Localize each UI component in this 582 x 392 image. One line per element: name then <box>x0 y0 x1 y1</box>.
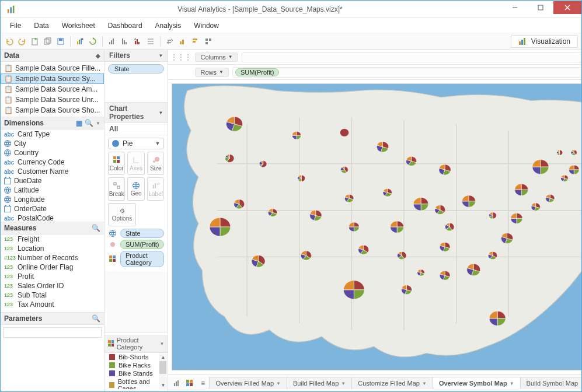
measure-field[interactable]: 123Freight <box>1 235 104 244</box>
scroll-up-icon[interactable]: ▲ <box>159 354 167 360</box>
filters-shelf[interactable]: State <box>104 62 168 103</box>
geo-button[interactable]: Geo <box>127 177 144 201</box>
svg-rect-51 <box>109 256 112 258</box>
measure-field[interactable]: 123Location <box>1 244 104 253</box>
sheet-tab[interactable]: Overview Symbol Map▼ <box>433 377 521 389</box>
geo-shelf-row[interactable]: State <box>108 229 164 238</box>
menu-worksheet[interactable]: Worksheet <box>56 20 101 32</box>
measure-field[interactable]: 123Sales Order ID <box>1 281 104 290</box>
close-button[interactable] <box>553 1 581 14</box>
dimension-field[interactable]: Latitude <box>1 186 104 195</box>
data-source-item[interactable]: 📋Sample Data Source Sho... <box>1 105 104 116</box>
chevron-down-icon[interactable]: ▼ <box>160 341 165 346</box>
chevron-down-icon[interactable]: ▼ <box>422 381 427 386</box>
rows-dropzone[interactable]: SUM(Profit) <box>232 67 582 78</box>
new-worksheet-icon[interactable] <box>170 379 183 387</box>
auto-update-button[interactable] <box>75 36 85 47</box>
maximize-button[interactable] <box>528 1 553 14</box>
save-button[interactable] <box>55 36 66 47</box>
fit-height-button[interactable] <box>190 36 201 47</box>
sort-desc-button[interactable] <box>120 36 130 47</box>
menu-dashboard[interactable]: Dashboard <box>102 20 148 32</box>
table-icon[interactable]: ▦ <box>76 119 82 127</box>
new-dashboard-icon[interactable] <box>183 379 196 387</box>
measure-field[interactable]: 123Tax Amount <box>1 300 104 309</box>
show-labels-button[interactable]: A <box>133 36 143 47</box>
color-shelf-row[interactable]: Product Category <box>108 251 164 267</box>
legend-item[interactable]: Bike Racks <box>104 361 168 369</box>
legend-scrollbar[interactable]: ▲ ▼ <box>159 354 167 388</box>
number-icon: 123 <box>4 236 15 242</box>
visualization-button[interactable]: Visualization <box>511 35 578 48</box>
chevron-down-icon[interactable]: ▼ <box>159 110 163 116</box>
scroll-down-icon[interactable]: ▼ <box>159 382 167 388</box>
data-source-item[interactable]: 📋Sample Data Source Am... <box>1 84 104 94</box>
columns-shelf[interactable]: ⋮⋮⋮ Columns▼ <box>168 50 582 65</box>
redo-button[interactable] <box>17 36 27 47</box>
size-button[interactable]: Size <box>147 152 164 175</box>
undo-button[interactable] <box>4 36 15 47</box>
menu-analysis[interactable]: Analysis <box>149 20 187 32</box>
data-panel-menu-icon[interactable]: ◆ <box>96 52 100 59</box>
rows-pill[interactable]: SUM(Profit) <box>235 68 279 76</box>
sheet-tab[interactable]: Customize Filled Map▼ <box>351 377 433 389</box>
chevron-down-icon[interactable]: ▼ <box>510 381 514 386</box>
menu-file[interactable]: File <box>4 20 27 32</box>
rows-shelf[interactable]: ⋮⋮⋮ Rows▼ SUM(Profit) <box>168 65 582 80</box>
columns-dropzone[interactable] <box>242 52 582 62</box>
chevron-down-icon[interactable]: ▼ <box>159 53 163 58</box>
legend-item[interactable]: Bib-Shorts <box>104 353 168 361</box>
sheet-tab[interactable]: Overview Filled Map▼ <box>209 377 287 389</box>
measure-field[interactable]: 123Profit <box>1 272 104 281</box>
legend-item[interactable]: Bike Stands <box>104 369 168 377</box>
duplicate-button[interactable] <box>43 36 53 47</box>
search-icon[interactable]: 🔍 <box>92 314 100 323</box>
sheet-tab[interactable]: Build Filled Map▼ <box>287 377 352 389</box>
new-sheet-button[interactable] <box>30 36 40 47</box>
mark-type-select[interactable]: Pie ▼ <box>108 138 164 149</box>
data-source-item[interactable]: 📋Sample Data Source Sy... <box>1 74 104 84</box>
map-view[interactable] <box>172 83 582 370</box>
fit-button[interactable] <box>203 36 214 47</box>
chevron-down-icon[interactable]: ▼ <box>341 381 346 386</box>
dimension-field[interactable]: abcPostalCode <box>1 214 104 222</box>
window-controls <box>502 1 581 18</box>
minimize-button[interactable] <box>502 1 528 14</box>
axes-button[interactable]: Axes <box>127 152 144 175</box>
search-icon[interactable]: 🔍 <box>85 119 93 127</box>
options-button[interactable]: ⚙Options <box>108 203 136 226</box>
swap-button[interactable] <box>165 36 175 47</box>
dimension-field[interactable]: abcCard Type <box>1 130 104 139</box>
dimension-field[interactable]: Country <box>1 148 104 158</box>
dimension-field[interactable]: abcCurrency Code <box>1 158 104 167</box>
measure-field[interactable]: 123Online Order Flag <box>1 262 104 272</box>
menu-data[interactable]: Data <box>28 20 54 32</box>
fit-width-button[interactable] <box>177 36 188 47</box>
dimension-field[interactable]: DueDate <box>1 176 104 186</box>
totals-button[interactable] <box>145 36 156 47</box>
menu-window[interactable]: Window <box>188 20 225 32</box>
parameters-input[interactable] <box>3 327 102 338</box>
sort-asc-button[interactable] <box>107 36 117 47</box>
all-tab[interactable]: All <box>104 123 168 135</box>
list-sheets-icon[interactable]: ≡ <box>196 379 209 387</box>
dropdown-icon[interactable]: ▼ <box>96 121 100 126</box>
break-button[interactable]: Break <box>108 177 125 201</box>
data-source-item[interactable]: 📋Sample Data Source Fille... <box>1 63 104 74</box>
search-icon[interactable]: 🔍 <box>92 224 100 232</box>
dimension-field[interactable]: abcCustomer Name <box>1 167 104 176</box>
sheet-tab[interactable]: Build Symbol Map▼ <box>520 377 582 389</box>
filter-pill-state[interactable]: State <box>108 64 164 74</box>
color-button[interactable]: Color <box>108 152 125 175</box>
measure-field[interactable]: #123Number of Records <box>1 253 104 262</box>
refresh-button[interactable] <box>88 36 98 47</box>
measure-field[interactable]: 123Sub Total <box>1 290 104 300</box>
dimension-field[interactable]: Longitude <box>1 195 104 204</box>
data-source-item[interactable]: 📋Sample Data Source Unr... <box>1 94 104 105</box>
dimension-field[interactable]: City <box>1 139 104 148</box>
size-shelf-row[interactable]: SUM(Profit) <box>108 240 164 249</box>
chevron-down-icon[interactable]: ▼ <box>276 381 281 386</box>
label-button[interactable]: abLabel <box>147 177 164 201</box>
legend-item[interactable]: Bottles and Cages <box>104 377 168 389</box>
dimension-field[interactable]: OrderDate <box>1 204 104 214</box>
